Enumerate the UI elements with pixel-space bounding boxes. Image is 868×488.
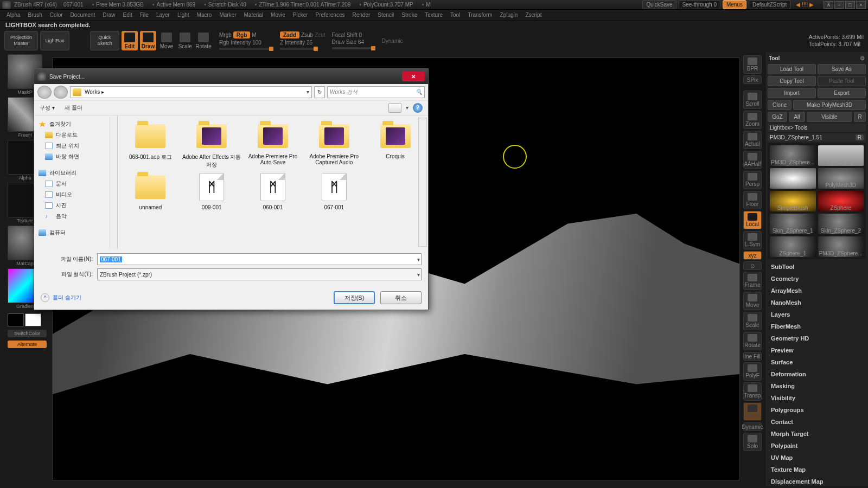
section-uv-map[interactable]: UV Map [768,452,866,464]
export-button[interactable]: Export [818,88,866,98]
menu-preferences[interactable]: Preferences [316,12,345,18]
computer-header[interactable]: 컴퓨터 [34,227,110,238]
window-max-icon[interactable]: □ [845,1,855,9]
local-button[interactable]: Local [743,211,762,229]
tool-thumb[interactable]: ZSphere [818,191,864,211]
draw-size-slider[interactable]: Draw Size 64 [332,39,375,45]
section-layers[interactable]: Layers [768,309,866,320]
zsub-toggle[interactable]: Zsub [301,32,313,38]
lasso-icon[interactable]: ⊙ [743,261,762,270]
file-item[interactable]: unnamed [121,172,180,210]
menu-transform[interactable]: Transform [468,12,492,18]
zoom-button[interactable]: Zoom [743,111,762,129]
refresh-button[interactable]: ↻ [314,86,325,98]
move-view-button[interactable]: Move [743,292,762,310]
quicksketch-button[interactable]: Quick Sketch [90,31,119,50]
persp-button[interactable]: Persp [743,171,762,189]
z-intensity-slider[interactable]: Z Intensity 25 [280,40,326,46]
sidebar-desktop[interactable]: 바탕 화면 [34,151,110,162]
zadd-toggle[interactable]: Zadd [280,31,299,38]
section-subtool[interactable]: SubTool [768,261,866,273]
nav-back-button[interactable] [37,86,52,99]
favorites-header[interactable]: 즐겨찾기 [34,119,110,130]
projection-master-button[interactable]: Projection Master [4,31,38,50]
file-scrollbar[interactable] [418,118,427,247]
section-geometry-hd[interactable]: Geometry HD [768,332,866,344]
section-arraymesh[interactable]: ArrayMesh [768,285,866,297]
primary-swatch[interactable] [25,313,41,326]
help-icon[interactable]: ? [413,103,423,113]
sidebar-documents[interactable]: 문서 [34,178,110,189]
file-item[interactable]: Croquis [366,121,425,169]
section-morph-target[interactable]: Morph Target [768,428,866,440]
dialog-titlebar[interactable]: Save Project... ✕ [34,69,428,84]
sidebar-pictures[interactable]: 사진 [34,200,110,211]
ghost-button[interactable]: Ghost [743,402,762,421]
menu-zscript[interactable]: Zscript [525,12,541,18]
frame-button[interactable]: Frame [743,272,762,290]
dynamic-view-button[interactable]: Dynamic [743,422,762,431]
filetype-select[interactable]: ZBrush Project (*.zpr)▾ [97,268,422,280]
spix-button[interactable]: SPix [743,75,762,84]
goz-button[interactable]: GoZ [768,112,787,122]
mrgb-toggle[interactable]: Mrgb [219,32,232,38]
window-pin-icon[interactable]: ⊼ [824,1,833,9]
gear-icon[interactable]: ⚙ [860,55,865,61]
menus-button[interactable]: Menus [723,0,746,9]
section-surface[interactable]: Surface [768,356,866,368]
lsym-button[interactable]: L.Sym [743,231,762,249]
focal-shift-slider[interactable]: Focal Shift 0 [332,32,375,38]
section-visibility[interactable]: Visibility [768,392,866,404]
section-fibermesh[interactable]: FiberMesh [768,320,866,332]
scale-view-button[interactable]: Scale [743,312,762,330]
xyz-button[interactable]: xyz [743,251,762,260]
copy-tool-button[interactable]: Copy Tool [768,76,816,86]
menu-layer[interactable]: Layer [156,12,170,18]
goz-visible-button[interactable]: Visible [807,112,852,122]
menu-material[interactable]: Material [244,12,264,18]
window-min-icon[interactable]: − [834,1,844,9]
floor-button[interactable]: Floor [743,191,762,209]
clone-button[interactable]: Clone [768,100,792,110]
import-button[interactable]: Import [768,88,816,98]
menu-movie[interactable]: Movie [271,12,285,18]
m-toggle[interactable]: M [252,32,256,38]
newfolder-button[interactable]: 새 폴더 [65,104,82,112]
view-mode-button[interactable] [388,103,401,113]
switchcolor-button[interactable]: SwitchColor [8,330,47,337]
quicksave-button[interactable]: QuickSave [642,0,676,9]
load-tool-button[interactable]: Load Tool [768,64,816,74]
sidebar-videos[interactable]: 비디오 [34,189,110,200]
rgb-toggle[interactable]: Rgb [233,31,250,38]
menu-document[interactable]: Document [71,12,95,18]
section-polygroups[interactable]: Polygroups [768,404,866,416]
tool-thumb[interactable]: Cylinder3D [818,145,864,166]
section-texture-map[interactable]: Texture Map [768,464,866,476]
menu-color[interactable]: Color [50,12,63,18]
menu-zplugin[interactable]: Zplugin [500,12,518,18]
file-list[interactable]: 068-001.aep 로그 Adobe After Effects 자동 저장… [118,115,428,249]
section-masking[interactable]: Masking [768,380,866,392]
alternate-button[interactable]: Alternate [8,341,47,348]
address-bar[interactable]: Works ▸▾ [70,86,312,98]
rotate-view-button[interactable]: Rotate [743,332,762,350]
move-mode-button[interactable]: Move [158,31,175,50]
rgb-intensity-slider[interactable]: Rgb Intensity 100 [219,40,273,46]
sidebar-music[interactable]: ♪음악 [34,211,110,222]
transp-button[interactable]: Transp [743,382,762,401]
menu-brush[interactable]: Brush [28,12,42,18]
organize-menu[interactable]: 구성 ▾ [40,104,55,112]
tool-thumb[interactable]: SimpleBrush [770,191,816,211]
aahalf-button[interactable]: AAHalf [743,151,762,169]
scale-mode-button[interactable]: Scale [177,31,193,50]
solo-button[interactable]: Solo [743,433,762,451]
bpr-button[interactable]: BPR [743,55,762,74]
menu-stencil[interactable]: Stencil [378,12,394,18]
menu-render[interactable]: Render [353,12,371,18]
section-deformation[interactable]: Deformation [768,368,866,380]
goz-all-button[interactable]: All [789,112,805,122]
lightbox-button[interactable]: LightBox [40,31,69,50]
file-item[interactable]: ᛗ060-001 [244,172,303,210]
goz-r-button[interactable]: R [854,112,866,122]
menu-picker[interactable]: Picker [293,12,308,18]
